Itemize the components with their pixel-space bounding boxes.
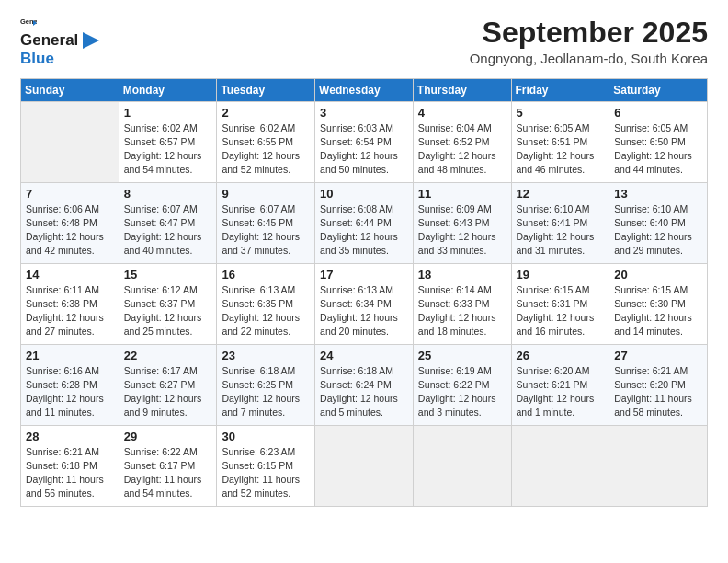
calendar-subtitle: Ongnyong, Jeollanam-do, South Korea — [470, 51, 708, 66]
day-number: 30 — [222, 430, 310, 443]
calendar-table: SundayMondayTuesdayWednesdayThursdayFrid… — [20, 78, 708, 507]
day-number: 9 — [222, 187, 310, 201]
calendar-cell: 13Sunrise: 6:10 AMSunset: 6:40 PMDayligh… — [609, 182, 708, 263]
calendar-title: September 2025 — [470, 17, 708, 49]
page: General General Blue September 2025 Ongn… — [0, 0, 728, 563]
day-number: 18 — [418, 268, 506, 282]
day-detail: Sunrise: 6:13 AMSunset: 6:35 PMDaylight:… — [222, 283, 310, 339]
calendar-cell: 29Sunrise: 6:22 AMSunset: 6:17 PMDayligh… — [119, 425, 217, 506]
logo-triangle-icon — [79, 32, 99, 49]
day-number: 3 — [320, 106, 408, 120]
weekday-header: Sunday — [21, 78, 119, 101]
calendar-week-row: 21Sunrise: 6:16 AMSunset: 6:28 PMDayligh… — [21, 344, 708, 425]
day-number: 24 — [320, 349, 408, 362]
calendar-cell: 14Sunrise: 6:11 AMSunset: 6:38 PMDayligh… — [21, 263, 119, 344]
day-number: 12 — [517, 187, 605, 201]
day-number: 15 — [124, 268, 212, 282]
calendar-week-row: 1Sunrise: 6:02 AMSunset: 6:57 PMDaylight… — [21, 101, 708, 182]
day-detail: Sunrise: 6:05 AMSunset: 6:50 PMDaylight:… — [614, 121, 702, 178]
logo: General General Blue — [20, 17, 99, 69]
day-detail: Sunrise: 6:13 AMSunset: 6:34 PMDaylight:… — [320, 283, 408, 339]
day-detail: Sunrise: 6:22 AMSunset: 6:17 PMDaylight:… — [124, 445, 212, 501]
calendar-cell: 7Sunrise: 6:06 AMSunset: 6:48 PMDaylight… — [21, 182, 119, 263]
calendar-cell: 3Sunrise: 6:03 AMSunset: 6:54 PMDaylight… — [315, 101, 414, 182]
calendar-cell: 30Sunrise: 6:23 AMSunset: 6:15 PMDayligh… — [217, 425, 315, 506]
day-detail: Sunrise: 6:15 AMSunset: 6:31 PMDaylight:… — [517, 283, 605, 339]
calendar-cell: 2Sunrise: 6:02 AMSunset: 6:55 PMDaylight… — [217, 101, 315, 182]
day-number: 21 — [26, 349, 114, 362]
weekday-header: Thursday — [413, 78, 511, 101]
weekday-header: Friday — [511, 78, 609, 101]
calendar-cell — [609, 425, 708, 506]
day-detail: Sunrise: 6:11 AMSunset: 6:38 PMDaylight:… — [26, 283, 114, 339]
calendar-cell: 4Sunrise: 6:04 AMSunset: 6:52 PMDaylight… — [413, 101, 511, 182]
calendar-cell: 11Sunrise: 6:09 AMSunset: 6:43 PMDayligh… — [413, 182, 511, 263]
header: General General Blue September 2025 Ongn… — [20, 17, 708, 69]
day-number: 16 — [222, 268, 310, 282]
day-number: 5 — [517, 106, 605, 120]
logo-blue: Blue — [20, 50, 54, 67]
day-number: 19 — [517, 268, 605, 282]
calendar-cell: 22Sunrise: 6:17 AMSunset: 6:27 PMDayligh… — [119, 344, 217, 425]
calendar-cell: 16Sunrise: 6:13 AMSunset: 6:35 PMDayligh… — [217, 263, 315, 344]
day-detail: Sunrise: 6:07 AMSunset: 6:45 PMDaylight:… — [222, 202, 310, 259]
day-number: 25 — [418, 349, 506, 362]
day-number: 6 — [614, 106, 702, 120]
day-number: 10 — [320, 187, 408, 201]
calendar-cell: 1Sunrise: 6:02 AMSunset: 6:57 PMDaylight… — [119, 101, 217, 182]
day-detail: Sunrise: 6:14 AMSunset: 6:33 PMDaylight:… — [418, 283, 506, 339]
calendar-cell — [315, 425, 414, 506]
calendar-cell: 18Sunrise: 6:14 AMSunset: 6:33 PMDayligh… — [413, 263, 511, 344]
day-detail: Sunrise: 6:06 AMSunset: 6:48 PMDaylight:… — [26, 202, 114, 259]
day-number: 29 — [124, 430, 212, 443]
calendar-cell: 10Sunrise: 6:08 AMSunset: 6:44 PMDayligh… — [315, 182, 414, 263]
calendar-cell: 9Sunrise: 6:07 AMSunset: 6:45 PMDaylight… — [217, 182, 315, 263]
day-number: 20 — [614, 268, 702, 282]
day-detail: Sunrise: 6:15 AMSunset: 6:30 PMDaylight:… — [614, 283, 702, 339]
calendar-cell: 5Sunrise: 6:05 AMSunset: 6:51 PMDaylight… — [511, 101, 609, 182]
calendar-week-row: 7Sunrise: 6:06 AMSunset: 6:48 PMDaylight… — [21, 182, 708, 263]
day-detail: Sunrise: 6:21 AMSunset: 6:18 PMDaylight:… — [26, 445, 114, 501]
day-number: 13 — [614, 187, 702, 201]
calendar-cell: 24Sunrise: 6:18 AMSunset: 6:24 PMDayligh… — [315, 344, 414, 425]
day-detail: Sunrise: 6:20 AMSunset: 6:21 PMDaylight:… — [517, 364, 605, 420]
day-detail: Sunrise: 6:07 AMSunset: 6:47 PMDaylight:… — [124, 202, 212, 259]
day-number: 23 — [222, 349, 310, 362]
calendar-cell: 28Sunrise: 6:21 AMSunset: 6:18 PMDayligh… — [21, 425, 119, 506]
day-number: 26 — [517, 349, 605, 362]
day-detail: Sunrise: 6:02 AMSunset: 6:57 PMDaylight:… — [124, 121, 212, 178]
day-number: 22 — [124, 349, 212, 362]
calendar-cell: 26Sunrise: 6:20 AMSunset: 6:21 PMDayligh… — [511, 344, 609, 425]
calendar-cell: 27Sunrise: 6:21 AMSunset: 6:20 PMDayligh… — [609, 344, 708, 425]
day-detail: Sunrise: 6:18 AMSunset: 6:24 PMDaylight:… — [320, 364, 408, 420]
day-detail: Sunrise: 6:21 AMSunset: 6:20 PMDaylight:… — [614, 364, 702, 420]
day-number: 28 — [26, 430, 114, 443]
day-detail: Sunrise: 6:09 AMSunset: 6:43 PMDaylight:… — [418, 202, 506, 259]
weekday-header: Wednesday — [315, 78, 414, 101]
title-block: September 2025 Ongnyong, Jeollanam-do, S… — [470, 17, 708, 66]
calendar-cell: 12Sunrise: 6:10 AMSunset: 6:41 PMDayligh… — [511, 182, 609, 263]
day-number: 2 — [222, 106, 310, 120]
calendar-cell — [21, 101, 119, 182]
calendar-cell: 25Sunrise: 6:19 AMSunset: 6:22 PMDayligh… — [413, 344, 511, 425]
day-detail: Sunrise: 6:18 AMSunset: 6:25 PMDaylight:… — [222, 364, 310, 420]
calendar-week-row: 14Sunrise: 6:11 AMSunset: 6:38 PMDayligh… — [21, 263, 708, 344]
day-number: 1 — [124, 106, 212, 120]
day-detail: Sunrise: 6:10 AMSunset: 6:41 PMDaylight:… — [517, 202, 605, 259]
weekday-header: Saturday — [609, 78, 708, 101]
day-detail: Sunrise: 6:12 AMSunset: 6:37 PMDaylight:… — [124, 283, 212, 339]
day-number: 14 — [26, 268, 114, 282]
calendar-cell — [511, 425, 609, 506]
svg-marker-2 — [83, 32, 99, 49]
day-detail: Sunrise: 6:04 AMSunset: 6:52 PMDaylight:… — [418, 121, 506, 178]
calendar-cell: 17Sunrise: 6:13 AMSunset: 6:34 PMDayligh… — [315, 263, 414, 344]
day-number: 11 — [418, 187, 506, 201]
day-detail: Sunrise: 6:23 AMSunset: 6:15 PMDaylight:… — [222, 445, 310, 501]
calendar-cell: 21Sunrise: 6:16 AMSunset: 6:28 PMDayligh… — [21, 344, 119, 425]
calendar-cell: 6Sunrise: 6:05 AMSunset: 6:50 PMDaylight… — [609, 101, 708, 182]
day-number: 17 — [320, 268, 408, 282]
day-number: 4 — [418, 106, 506, 120]
calendar-week-row: 28Sunrise: 6:21 AMSunset: 6:18 PMDayligh… — [21, 425, 708, 506]
calendar-cell — [413, 425, 511, 506]
day-detail: Sunrise: 6:05 AMSunset: 6:51 PMDaylight:… — [517, 121, 605, 178]
